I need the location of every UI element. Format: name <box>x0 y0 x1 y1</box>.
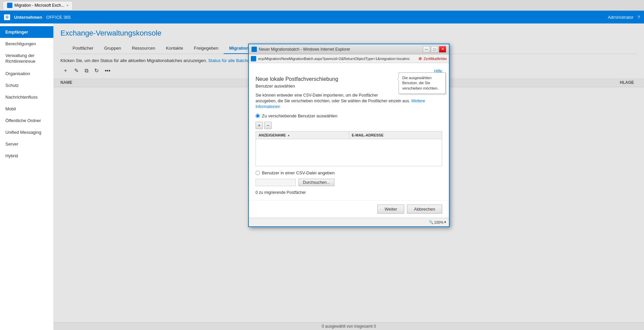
migration-count: 0 zu migrierende Postfächer <box>256 190 442 195</box>
tooltip-box: Die ausgewählten Benutzer, die Sie versc… <box>399 72 446 94</box>
csv-file-input[interactable] <box>256 179 296 186</box>
sidebar: Empfänger Berechtigungen Verwaltung der … <box>0 23 54 330</box>
app-bar-left: ① Unternehmen OFFICE 365 <box>4 14 71 20</box>
list-add-button[interactable]: ＋ <box>256 122 263 129</box>
radio-option-csv: Benutzer in einer CSV-Datei angeben <box>256 170 442 175</box>
radio-users[interactable] <box>256 114 260 118</box>
zoom-level: 100% <box>434 220 444 224</box>
modal-titlebar-controls: ─ □ ✕ <box>423 46 446 53</box>
zoom-dropdown-icon[interactable]: ▾ <box>444 220 446 224</box>
user-table-body <box>256 139 442 166</box>
modal-icon <box>251 47 257 52</box>
modal-body: Hilfe Neue lokale Postfachverschiebung B… <box>249 63 449 200</box>
browse-button[interactable]: Durchsuchen... <box>298 179 334 186</box>
sidebar-item-oeffentliche-ordner[interactable]: Öffentliche Ordner <box>0 115 53 126</box>
app-bar-right: Administrator ? <box>608 15 640 20</box>
admin-user[interactable]: Administrator <box>608 15 634 20</box>
tooltip-container: Die ausgewählten Benutzer, die Sie versc… <box>399 72 446 94</box>
addressbar-icon <box>251 56 256 61</box>
user-table: ANZEIGENAME ▲ E-MAIL-ADRESSE <box>256 131 442 166</box>
cert-error-text: Zertifikatfehler <box>423 57 447 61</box>
col-anzeigename[interactable]: ANZEIGENAME ▲ <box>256 131 349 139</box>
modal-close-button[interactable]: ✕ <box>439 46 446 53</box>
radio-csv-label: Benutzer in einer CSV-Datei angeben <box>262 170 335 175</box>
company-name: Unternehmen <box>14 15 42 20</box>
modal-titlebar: Neuer Migrationsbatch - Windows Internet… <box>249 44 449 54</box>
sidebar-item-verwaltung[interactable]: Verwaltung der Richtlinientreue <box>0 50 53 68</box>
user-table-header: ANZEIGENAME ▲ E-MAIL-ADRESSE <box>256 131 442 139</box>
col-email[interactable]: E-MAIL-ADRESSE <box>349 131 442 139</box>
modal-addressbar: ecp/Migration/NewMigrationBatch.aspx?pwm… <box>249 54 449 63</box>
modal-title: Neuer Migrationsbatch - Windows Internet… <box>259 47 350 52</box>
sidebar-item-hybrid[interactable]: Hybrid <box>0 150 53 162</box>
sidebar-item-server[interactable]: Server <box>0 138 53 150</box>
csv-row: Durchsuchen... <box>256 179 442 186</box>
product-name: OFFICE 365 <box>46 15 71 20</box>
browser-chrome: Migration - Microsoft Exch... × <box>0 0 644 11</box>
list-remove-button[interactable]: − <box>264 122 272 129</box>
modal-window: Neuer Migrationsbatch - Windows Internet… <box>248 44 450 227</box>
tab-close-button[interactable]: × <box>66 3 68 7</box>
sidebar-item-nachrichtenfluss[interactable]: Nachrichtenfluss <box>0 91 53 103</box>
zoom-icon: 🔍 <box>429 220 433 224</box>
help-button[interactable]: ? <box>638 15 640 20</box>
modal-statusbar: 🔍 100% ▾ <box>249 218 449 226</box>
sidebar-item-unified-messaging[interactable]: Unified Messaging <box>0 126 53 138</box>
modal-titlebar-left: Neuer Migrationsbatch - Windows Internet… <box>251 47 350 52</box>
radio-users-label: Zu verschiebende Benutzer auswählen <box>262 113 337 118</box>
content-area: Exchange-Verwaltungskonsole Postfächer G… <box>54 23 644 330</box>
sidebar-item-organisation[interactable]: Organisation <box>0 68 53 79</box>
modal-overlay: Neuer Migrationsbatch - Windows Internet… <box>54 23 644 330</box>
cert-error[interactable]: ⊗ Zertifikatfehler <box>418 56 447 61</box>
modal-minimize-button[interactable]: ─ <box>423 46 430 53</box>
sidebar-item-schutz[interactable]: Schutz <box>0 79 53 91</box>
sidebar-item-mobil[interactable]: Mobil <box>0 103 53 115</box>
tab-title: Migration - Microsoft Exch... <box>14 3 64 8</box>
sort-arrow-icon: ▲ <box>287 133 290 137</box>
addressbar-url: ecp/Migration/NewMigrationBatch.aspx?pwm… <box>258 57 416 61</box>
weiter-button[interactable]: Weiter <box>377 205 404 214</box>
app-bar: ① Unternehmen OFFICE 365 Administrator ? <box>0 11 644 23</box>
zoom-info: 🔍 100% ▾ <box>429 220 446 224</box>
sidebar-item-empfaenger[interactable]: Empfänger <box>0 26 53 38</box>
modal-description: Sie können entweder eine CSV-Datei impor… <box>256 93 442 109</box>
abbrechen-button[interactable]: Abbrechen <box>407 205 442 214</box>
main-layout: Empfänger Berechtigungen Verwaltung der … <box>0 23 644 330</box>
sidebar-item-berechtigungen[interactable]: Berechtigungen <box>0 38 53 50</box>
radio-csv[interactable] <box>256 171 260 175</box>
favicon-icon <box>7 3 12 8</box>
office-logo: ① <box>4 14 10 20</box>
radio-option-users: Zu verschiebende Benutzer auswählen <box>256 113 442 118</box>
modal-maximize-button[interactable]: □ <box>431 46 438 53</box>
list-controls: ＋ − <box>256 122 442 129</box>
cert-error-icon: ⊗ <box>418 56 422 61</box>
browser-tab[interactable]: Migration - Microsoft Exch... × <box>3 1 73 10</box>
description-area: Die ausgewählten Benutzer, die Sie versc… <box>256 93 442 113</box>
modal-footer: Weiter Abbrechen <box>249 200 449 218</box>
